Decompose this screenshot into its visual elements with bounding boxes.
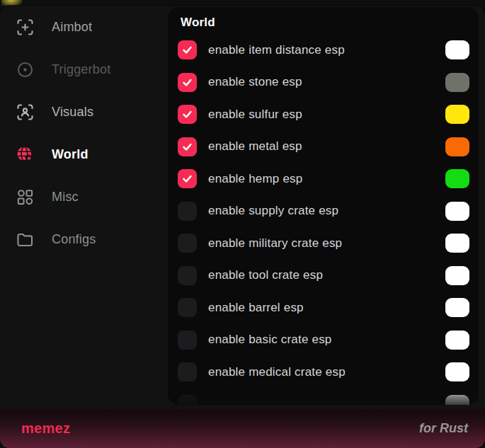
sidebar-item-visuals[interactable]: Visuals [0, 91, 168, 133]
esp-option-label: enable sulfur esp [208, 108, 302, 122]
esp-option-row: enable basic crate esp [178, 324, 469, 357]
crosshair-scan-icon [16, 18, 35, 37]
screen: Aimbot Triggerbot Visuals World Misc Con… [0, 0, 485, 448]
check-icon [181, 76, 193, 88]
check-icon [181, 173, 193, 185]
folder-icon [16, 230, 35, 249]
esp-option-row: enable sulfur esp [178, 98, 469, 131]
esp-option-label: enable barrel esp [208, 301, 304, 315]
esp-options-list[interactable]: enable item distance esp enable stone es… [178, 34, 469, 405]
sidebar-item-label: Visuals [52, 105, 93, 120]
menu-main-area: Aimbot Triggerbot Visuals World Misc Con… [0, 6, 485, 409]
esp-option-label: enable hemp esp [208, 172, 302, 186]
esp-color-swatch[interactable] [445, 40, 469, 59]
esp-color-swatch[interactable] [445, 266, 469, 285]
cheat-menu-window: Aimbot Triggerbot Visuals World Misc Con… [0, 6, 485, 448]
esp-checkbox[interactable] [178, 169, 197, 188]
esp-color-swatch[interactable] [445, 331, 469, 350]
sidebar-item-label: Configs [52, 232, 96, 247]
circle-dot-icon [16, 60, 35, 79]
esp-option-label: enable military crate esp [208, 236, 342, 251]
esp-checkbox[interactable] [178, 40, 197, 59]
esp-checkbox[interactable] [178, 298, 197, 317]
esp-option-label: enable stone esp [208, 75, 302, 89]
esp-color-swatch[interactable] [445, 73, 469, 92]
esp-color-swatch[interactable] [445, 234, 469, 253]
esp-color-swatch[interactable] [445, 137, 469, 156]
panel-title: World [181, 16, 469, 30]
esp-option-label: enable item distance esp [208, 43, 345, 57]
esp-option-row: enable item distance esp [178, 34, 469, 67]
sidebar-item-world[interactable]: World [0, 133, 168, 176]
esp-checkbox[interactable] [178, 331, 197, 350]
globe-star-icon [16, 145, 35, 164]
shapes-grid-icon [16, 188, 35, 207]
check-icon [181, 141, 193, 153]
esp-checkbox[interactable] [178, 234, 197, 253]
sidebar-item-triggerbot[interactable]: Triggerbot [0, 48, 168, 91]
esp-option-row: enable hemp esp [178, 163, 469, 195]
world-panel: World enable item distance esp enable st… [168, 7, 479, 405]
sidebar-item-misc[interactable]: Misc [0, 176, 168, 218]
esp-option-label: enable metal esp [208, 139, 302, 154]
esp-checkbox[interactable] [178, 395, 197, 405]
footer-bar: memez for Rust [0, 409, 485, 448]
sidebar-item-configs[interactable]: Configs [0, 218, 168, 260]
esp-checkbox[interactable] [178, 73, 197, 92]
esp-checkbox[interactable] [178, 137, 197, 156]
sidebar-item-label: Aimbot [52, 20, 92, 35]
esp-checkbox[interactable] [178, 105, 197, 124]
esp-color-swatch[interactable] [445, 169, 469, 188]
esp-option-row: enable barrel esp [178, 292, 469, 324]
brand-name: memez [21, 420, 70, 437]
esp-option-label: enable medical crate esp [208, 365, 346, 379]
esp-color-swatch[interactable] [445, 105, 469, 124]
sidebar: Aimbot Triggerbot Visuals World Misc Con… [0, 6, 168, 409]
esp-option-label: enable supply crate esp [208, 204, 338, 218]
esp-color-swatch[interactable] [445, 362, 469, 381]
esp-checkbox[interactable] [178, 202, 197, 221]
esp-option-row: enable stone esp [178, 67, 469, 99]
sidebar-item-aimbot[interactable]: Aimbot [0, 6, 168, 48]
esp-color-swatch[interactable] [445, 202, 469, 221]
product-tagline: for Rust [419, 421, 468, 436]
esp-option-label: enable tool crate esp [208, 268, 323, 282]
esp-option-label: enable basic crate esp [208, 333, 332, 347]
esp-checkbox[interactable] [178, 266, 197, 285]
esp-option-row: enable metal esp [178, 131, 469, 163]
esp-option-row [178, 389, 469, 406]
esp-option-row: enable tool crate esp [178, 260, 469, 292]
sidebar-item-label: World [52, 147, 89, 162]
check-icon [181, 108, 193, 120]
sidebar-item-label: Misc [52, 190, 79, 205]
esp-color-swatch[interactable] [445, 298, 469, 317]
check-icon [181, 44, 193, 56]
esp-option-row: enable military crate esp [178, 227, 469, 260]
esp-option-row: enable medical crate esp [178, 356, 469, 389]
esp-checkbox[interactable] [178, 362, 197, 381]
sidebar-item-label: Triggerbot [52, 62, 110, 77]
esp-color-swatch[interactable] [445, 395, 469, 405]
scan-person-icon [16, 103, 35, 122]
esp-option-row: enable supply crate esp [178, 195, 469, 228]
